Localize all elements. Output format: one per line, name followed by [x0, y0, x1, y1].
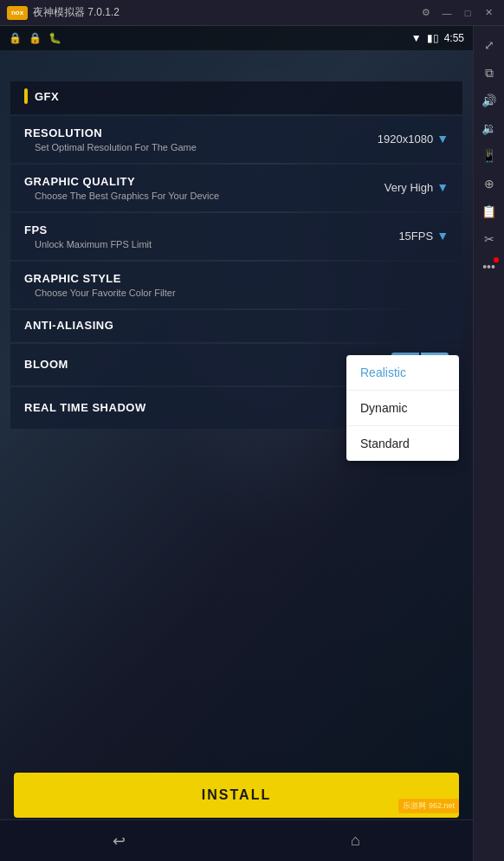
graphic-quality-label: GRAPHIC QUALITY [24, 175, 135, 188]
dropdown-option-dynamic[interactable]: Dynamic [346, 391, 459, 426]
watermark: 乐游网 962.net [398, 799, 459, 813]
fullscreen-icon[interactable]: ⤢ [477, 33, 501, 57]
gfx-accent-bar [24, 88, 28, 104]
graphic-style-label: GRAPHIC STYLE [24, 272, 121, 285]
anti-aliasing-label: ANTI-ALIASING [24, 319, 113, 332]
anti-aliasing-row: ANTI-ALIASING [24, 319, 449, 332]
home-button[interactable]: ⌂ [351, 832, 360, 850]
watermark-text: 乐游网 962.net [398, 799, 459, 813]
gfx-label-row: GFX [10, 81, 462, 114]
volume-down-icon[interactable]: 🔉 [477, 116, 501, 140]
close-button[interactable]: ✕ [480, 4, 497, 22]
graphic-style-desc: Choose Your Favorite Color Filter [35, 288, 176, 298]
back-button[interactable]: ↩ [113, 832, 126, 851]
graphic-quality-label-group: GRAPHIC QUALITY Choose The Best Graphics… [24, 173, 219, 201]
add-icon[interactable]: ⊕ [477, 172, 501, 196]
title-bar-left: nox 夜神模拟器 7.0.1.2 [7, 5, 120, 20]
graphic-quality-value-group[interactable]: Very High ▼ [384, 180, 449, 194]
graphic-style-label-group: GRAPHIC STYLE Choose Your Favorite Color… [24, 270, 176, 298]
volume-up-icon[interactable]: 🔊 [477, 88, 501, 113]
resolution-label: RESOLUTION [24, 126, 102, 139]
graphic-style-dropdown: Realistic Dynamic Standard [346, 355, 459, 461]
title-bar-controls: ⚙ — □ ✕ [417, 4, 497, 22]
fps-value-group[interactable]: 15FPS ▼ [398, 229, 449, 243]
dropdown-option-standard[interactable]: Standard [346, 426, 459, 461]
fps-row: FPS Unlock Maximum FPS Limit 15FPS ▼ [24, 222, 449, 249]
phone-screen: 🔒 🔒 🐛 ▼ ▮▯ 4:55 CODM GFX GFX [0, 26, 473, 861]
dropdown-option-realistic[interactable]: Realistic [346, 355, 459, 391]
fps-section: FPS Unlock Maximum FPS Limit 15FPS ▼ [10, 213, 462, 260]
maximize-button[interactable]: □ [459, 4, 476, 22]
graphic-quality-value: Very High [384, 181, 433, 194]
title-bar: nox 夜神模拟器 7.0.1.2 ⚙ — □ ✕ [0, 0, 504, 26]
status-left-icons: 🔒 🔒 🐛 [9, 32, 61, 44]
resolution-section: RESOLUTION Set Optimal Resolution For Th… [10, 116, 462, 163]
display-icon[interactable]: 📱 [477, 144, 501, 168]
graphic-quality-section: GRAPHIC QUALITY Choose The Best Graphics… [10, 165, 462, 211]
right-toolbar: ⤢ ⧉ 🔊 🔉 📱 ⊕ 📋 ✂ ••• [473, 26, 504, 861]
resolution-row: RESOLUTION Set Optimal Resolution For Th… [24, 125, 449, 152]
multi-window-icon[interactable]: ⧉ [477, 61, 501, 85]
install-button[interactable]: INSTALL [14, 773, 459, 818]
anti-aliasing-section: ANTI-ALIASING [10, 310, 462, 342]
time-display: 4:55 [444, 32, 464, 44]
fps-label-group: FPS Unlock Maximum FPS Limit [24, 222, 152, 249]
fps-value: 15FPS [398, 230, 433, 243]
graphic-style-section: GRAPHIC STYLE Choose Your Favorite Color… [10, 262, 462, 308]
nox-logo: nox [7, 6, 28, 20]
bug-icon: 🐛 [48, 32, 61, 44]
fps-desc: Unlock Maximum FPS Limit [35, 239, 152, 249]
settings-icon[interactable]: ⚙ [417, 4, 435, 22]
resolution-dropdown-arrow[interactable]: ▼ [436, 132, 449, 146]
real-time-shadow-label: REAL TIME SHADOW [24, 401, 146, 414]
scissors-icon[interactable]: ✂ [477, 227, 501, 251]
fps-label: FPS [24, 223, 48, 236]
bloom-label: BLOOM [24, 358, 68, 371]
gfx-label: GFX [24, 88, 449, 104]
wifi-icon: ▼ [411, 32, 422, 44]
battery-icon: ▮▯ [427, 32, 439, 44]
graphic-quality-row: GRAPHIC QUALITY Choose The Best Graphics… [24, 173, 449, 201]
more-options-icon[interactable]: ••• [477, 255, 501, 279]
logo-text: nox [11, 9, 23, 16]
resolution-value: 1920x1080 [378, 133, 433, 146]
graphic-quality-desc: Choose The Best Graphics For Your Device [35, 191, 219, 201]
lock-icon-1: 🔒 [9, 32, 22, 44]
title-bar-title: 夜神模拟器 7.0.1.2 [33, 5, 120, 20]
lock-icon-2: 🔒 [29, 32, 42, 44]
emulator-window: 🔒 🔒 🐛 ▼ ▮▯ 4:55 CODM GFX GFX [0, 26, 504, 861]
clipboard-icon[interactable]: 📋 [477, 199, 501, 223]
graphic-quality-dropdown-arrow[interactable]: ▼ [436, 180, 449, 194]
resolution-value-group[interactable]: 1920x1080 ▼ [378, 132, 449, 146]
resolution-label-group: RESOLUTION Set Optimal Resolution For Th… [24, 125, 197, 152]
status-right-info: ▼ ▮▯ 4:55 [411, 32, 464, 44]
status-bar: 🔒 🔒 🐛 ▼ ▮▯ 4:55 [0, 26, 473, 50]
bottom-nav-bar: ↩ ⌂ [0, 819, 473, 861]
graphic-style-row: GRAPHIC STYLE Choose Your Favorite Color… [24, 270, 449, 298]
fps-dropdown-arrow[interactable]: ▼ [436, 229, 449, 243]
minimize-button[interactable]: — [438, 4, 456, 22]
gfx-section-title: GFX [35, 90, 59, 103]
resolution-desc: Set Optimal Resolution For The Game [35, 142, 197, 152]
